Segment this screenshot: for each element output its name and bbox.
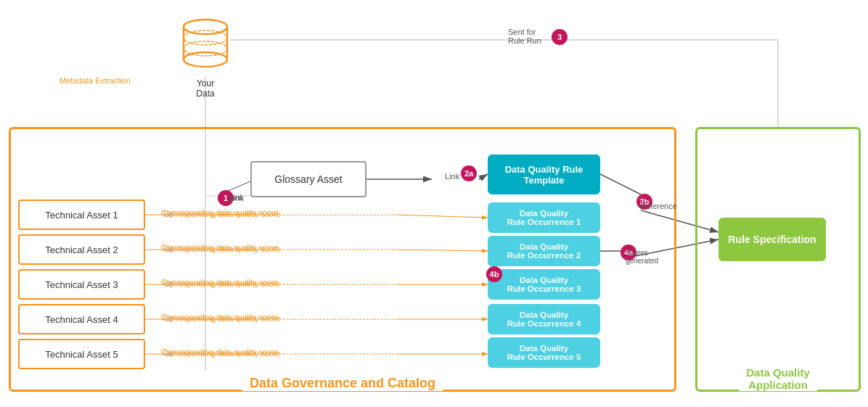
technical-asset-5: Technical Asset 5: [18, 339, 145, 369]
dqa-box-label: Data QualityApplication: [739, 366, 817, 391]
dq-occurrence-3: Data QualityRule Occurrence 3: [488, 269, 600, 300]
rule-specification-box: Rule Specification: [718, 218, 826, 261]
dq-occurrence-1: Data QualityRule Occurrence 1: [488, 202, 600, 233]
badge-4b: 4b: [486, 266, 502, 282]
database-label: YourData: [176, 78, 234, 99]
sent-for-rule-run-label: Sent forRule Run: [508, 28, 541, 45]
dq-occ-2-label: Data QualityRule Occurrence 2: [507, 242, 581, 260]
technical-asset-3: Technical Asset 3: [18, 269, 145, 300]
link-label-text-2a: Link: [445, 172, 459, 181]
glossary-asset-label: Glossary Asset: [274, 173, 342, 185]
dq-occ-1-label: Data QualityRule Occurrence 1: [507, 209, 581, 226]
dq-occurrence-2: Data QualityRule Occurrence 2: [488, 236, 600, 266]
reference-label-text: Reference: [640, 202, 677, 210]
scores-generated-label: Scoresgenerated: [626, 249, 658, 265]
badge-2a: 2a: [461, 165, 477, 181]
technical-asset-1: Technical Asset 1: [18, 200, 145, 230]
dq-rule-template-box: Data Quality Rule Template: [488, 155, 600, 194]
score-text-3: Corresponding data quality score: [161, 278, 278, 287]
score-text-1: Corresponding data quality score: [161, 208, 278, 217]
glossary-asset-box: Glossary Asset: [250, 161, 367, 197]
svg-point-37: [184, 20, 227, 34]
technical-asset-2: Technical Asset 2: [18, 234, 145, 265]
svg-point-41: [184, 30, 227, 45]
dq-occurrence-5: Data QualityRule Occurrence 5: [488, 337, 600, 368]
dq-occ-4-label: Data QualityRule Occurrence 4: [507, 311, 581, 328]
dq-occ-5-label: Data QualityRule Occurrence 5: [507, 344, 581, 361]
score-text-5: Corresponding data quality score: [161, 348, 278, 356]
svg-point-42: [184, 41, 227, 56]
link-label-text-1: Link: [229, 193, 244, 202]
metadata-extraction-label: Metadata Extraction: [60, 76, 131, 85]
dq-occ-3-label: Data QualityRule Occurrence 3: [507, 276, 581, 293]
diagram-container: Data Governance and Catalog Data Quality…: [0, 0, 868, 407]
badge-3: 3: [552, 29, 568, 45]
rule-spec-label: Rule Specification: [728, 234, 816, 245]
technical-asset-4: Technical Asset 4: [18, 304, 145, 334]
database-icon: [180, 16, 231, 74]
score-text-2: Corresponding data quality score: [161, 243, 278, 252]
dq-template-label: Data Quality Rule Template: [491, 164, 597, 186]
score-text-4: Corresponding data quality score: [161, 313, 278, 321]
dq-occurrence-4: Data QualityRule Occurrence 4: [488, 304, 600, 334]
dg-box-label: Data Governance and Catalog: [242, 376, 443, 391]
svg-point-38: [184, 52, 227, 67]
